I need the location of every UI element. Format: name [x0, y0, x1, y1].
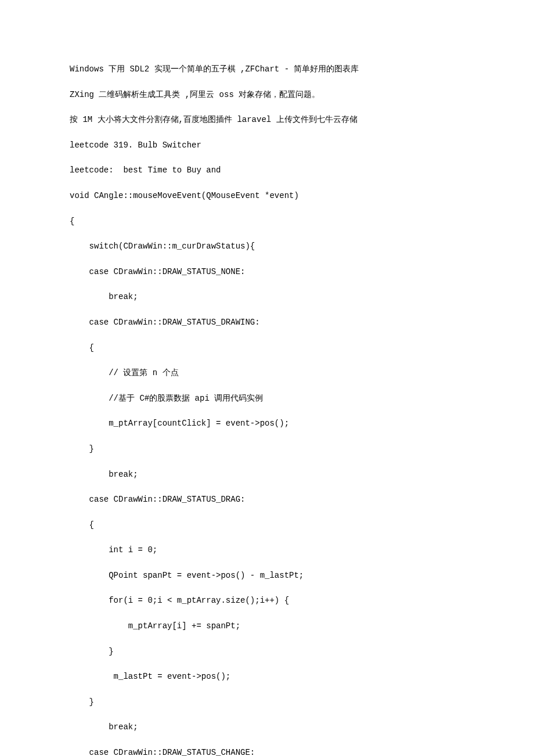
- text-line: leetcode: best Time to Buy and: [70, 165, 464, 177]
- code-line: case CDrawWin::DRAW_STATUS_NONE:: [70, 267, 464, 278]
- code-line: //基于 C#的股票数据 api 调用代码实例: [70, 393, 464, 405]
- document-page: Windows 下用 SDL2 实现一个简单的五子棋 ,ZFChart - 简单…: [0, 0, 534, 756]
- text-line: leetcode 319. Bulb Switcher: [70, 140, 464, 152]
- code-line: for(i = 0;i < m_ptArray.size();i++) {: [70, 595, 464, 607]
- code-line: {: [70, 216, 464, 228]
- text-line: 按 1M 大小将大文件分割存储,百度地图插件 laravel 上传文件到七牛云存…: [70, 114, 464, 126]
- code-line: {: [70, 343, 464, 354]
- code-line: case CDrawWin::DRAW_STATUS_CHANGE:: [70, 747, 464, 756]
- code-line: m_ptArray[countClick] = event->pos();: [70, 418, 464, 430]
- code-line: QPoint spanPt = event->pos() - m_lastPt;: [70, 570, 464, 582]
- code-line: int i = 0;: [70, 545, 464, 556]
- code-line: break;: [70, 469, 464, 481]
- code-line: }: [70, 444, 464, 455]
- code-line: }: [70, 697, 464, 708]
- code-line: case CDrawWin::DRAW_STATUS_DRAWING:: [70, 317, 464, 329]
- text-line: ZXing 二维码解析生成工具类 ,阿里云 oss 对象存储，配置问题。: [70, 89, 464, 101]
- code-line: switch(CDrawWin::m_curDrawStatus){: [70, 241, 464, 253]
- code-line: case CDrawWin::DRAW_STATUS_DRAG:: [70, 494, 464, 506]
- code-line: m_ptArray[i] += spanPt;: [70, 621, 464, 632]
- code-line: break;: [70, 291, 464, 303]
- text-line: Windows 下用 SDL2 实现一个简单的五子棋 ,ZFChart - 简单…: [70, 64, 464, 75]
- code-line: break;: [70, 722, 464, 733]
- code-line: {: [70, 520, 464, 531]
- code-line: // 设置第 n 个点: [70, 368, 464, 379]
- code-line: }: [70, 646, 464, 658]
- code-line: m_lastPt = event->pos();: [70, 671, 464, 683]
- code-line: void CAngle::mouseMoveEvent(QMouseEvent …: [70, 190, 464, 202]
